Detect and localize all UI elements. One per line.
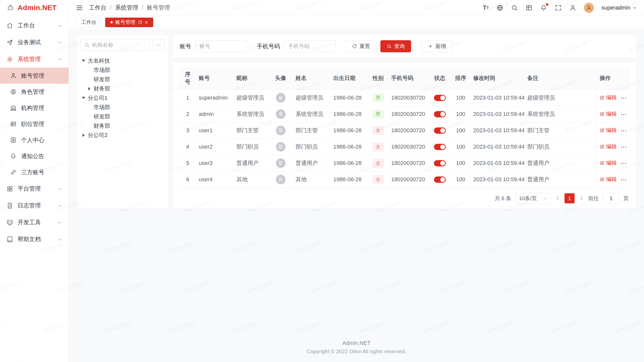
sidebar-item-third-party-account[interactable]: 三方账号 bbox=[0, 164, 69, 180]
prev-page-button[interactable] bbox=[555, 196, 560, 201]
cell-name: 普通用户 bbox=[293, 155, 330, 171]
status-toggle[interactable] bbox=[434, 127, 446, 134]
sidebar-item-business-test[interactable]: 业务测试 bbox=[0, 34, 69, 51]
sidebar-item-personal-center[interactable]: 个人中心 bbox=[0, 132, 69, 148]
breadcrumb-separator: / bbox=[142, 4, 143, 11]
account-input[interactable] bbox=[195, 40, 247, 52]
sidebar-item-dev-tools[interactable]: 开发工具 bbox=[0, 214, 69, 231]
tree-node[interactable]: 财务部 bbox=[80, 121, 164, 130]
tree-node[interactable]: 市场部 bbox=[80, 103, 164, 112]
breadcrumb-item[interactable]: 工作台 bbox=[89, 4, 106, 12]
row-more-button[interactable]: ··· bbox=[621, 111, 627, 118]
sidebar-item-platform-management[interactable]: 平台管理 bbox=[0, 180, 69, 197]
page-size-select[interactable]: 10条/页 bbox=[515, 193, 551, 204]
breadcrumb-item[interactable]: 账号管理 bbox=[147, 4, 170, 12]
row-more-button[interactable]: ··· bbox=[621, 95, 627, 101]
edit-button[interactable]: 编辑 bbox=[600, 176, 617, 183]
status-toggle[interactable] bbox=[434, 111, 446, 117]
document-icon bbox=[7, 202, 13, 209]
cell-birthday: 1986-06-28 bbox=[330, 122, 368, 139]
phone-input[interactable] bbox=[284, 40, 336, 52]
edit-button[interactable]: 编辑 bbox=[600, 94, 617, 101]
status-toggle[interactable] bbox=[434, 176, 446, 183]
sidebar-item-help-docs[interactable]: 帮助文档 bbox=[0, 231, 69, 248]
edit-button[interactable]: 编辑 bbox=[600, 110, 617, 117]
table-row: 2 admin 系统管理员 系 系统管理员 1986-06-28 男 18020… bbox=[180, 106, 630, 122]
org-search-input[interactable] bbox=[92, 42, 146, 48]
gender-badge: 女 bbox=[373, 126, 384, 135]
sidebar-item-system-management[interactable]: 系统管理 bbox=[0, 51, 69, 68]
user-icon bbox=[10, 72, 17, 79]
sidebar-item-notice-announcement[interactable]: 通知公告 bbox=[0, 148, 69, 164]
sidebar-item-org-management[interactable]: 机构管理 bbox=[0, 100, 69, 116]
caret-down-icon[interactable] bbox=[82, 59, 85, 63]
edit-pencil-icon bbox=[600, 177, 605, 182]
link-icon bbox=[10, 169, 17, 175]
logo[interactable]: Admin.NET bbox=[0, 0, 69, 16]
tree-node[interactable]: 分公司1 bbox=[80, 93, 164, 103]
current-page-button[interactable]: 1 bbox=[565, 193, 575, 203]
breadcrumb: 工作台 / 系统管理 / 账号管理 bbox=[89, 4, 170, 12]
sidebar-item-position-management[interactable]: 职位管理 bbox=[0, 116, 69, 132]
row-more-button[interactable]: ··· bbox=[621, 144, 627, 150]
breadcrumb-item[interactable]: 系统管理 bbox=[115, 4, 138, 12]
query-bar: 账号 手机号码 重置 查询 新增 bbox=[172, 34, 637, 58]
reset-button[interactable]: 重置 bbox=[346, 40, 376, 52]
row-more-button[interactable]: ··· bbox=[621, 160, 627, 167]
caret-right-icon[interactable] bbox=[88, 87, 91, 90]
row-more-button[interactable]: ··· bbox=[621, 177, 627, 183]
tab-workbench[interactable]: 工作台 bbox=[76, 18, 102, 27]
cell-account: user4 bbox=[196, 171, 233, 188]
org-more-button[interactable]: ··· bbox=[152, 39, 164, 51]
search-button[interactable]: 查询 bbox=[380, 40, 411, 52]
tree-node[interactable]: 财务部 bbox=[80, 84, 164, 93]
caret-down-icon[interactable] bbox=[82, 96, 85, 100]
cell-name: 部门职员 bbox=[293, 139, 330, 155]
tree-node[interactable]: 大名科技 bbox=[80, 56, 164, 65]
tab-account-management[interactable]: 账号管理 × bbox=[105, 18, 153, 27]
tree-node[interactable]: 研发部 bbox=[80, 75, 164, 84]
layout-icon[interactable] bbox=[526, 4, 533, 11]
col-nickname: 昵称 bbox=[233, 67, 269, 90]
next-page-button[interactable] bbox=[579, 196, 584, 201]
status-toggle[interactable] bbox=[434, 95, 446, 101]
tab-close-icon[interactable]: × bbox=[145, 20, 148, 25]
chevron-down-icon bbox=[57, 23, 62, 28]
status-toggle[interactable] bbox=[434, 160, 446, 166]
tree-node[interactable]: 分公司2 bbox=[80, 130, 164, 140]
sidebar-item-account-management[interactable]: 账号管理 bbox=[0, 68, 69, 84]
cell-remark: 系统管理员 bbox=[524, 106, 596, 122]
tree-node[interactable]: 市场部 bbox=[80, 65, 164, 75]
caret-right-icon[interactable] bbox=[82, 133, 85, 137]
edit-button[interactable]: 编辑 bbox=[600, 143, 617, 150]
status-toggle[interactable] bbox=[434, 144, 446, 150]
edit-button[interactable]: 编辑 bbox=[600, 159, 617, 166]
user-profile-icon[interactable] bbox=[569, 4, 576, 11]
goto-page-input[interactable] bbox=[603, 193, 619, 204]
tab-refresh-icon[interactable] bbox=[138, 20, 142, 25]
edit-button[interactable]: 编辑 bbox=[600, 127, 617, 134]
sidebar-item-role-management[interactable]: 角色管理 bbox=[0, 84, 69, 100]
globe-icon[interactable] bbox=[496, 4, 503, 11]
tree-node[interactable]: 研发部 bbox=[80, 112, 164, 121]
grid-icon bbox=[7, 186, 13, 192]
notification-bell-icon[interactable] bbox=[540, 4, 547, 11]
fullscreen-icon[interactable] bbox=[555, 4, 562, 11]
cell-index: 3 bbox=[180, 122, 196, 139]
sidebar-item-label: 通知公告 bbox=[21, 152, 44, 160]
sidebar-item-log-management[interactable]: 日志管理 bbox=[0, 197, 69, 214]
username-dropdown[interactable]: superadmin bbox=[601, 5, 637, 11]
sidebar-item-label: 个人中心 bbox=[21, 136, 44, 144]
add-button[interactable]: 新增 bbox=[422, 40, 452, 52]
search-icon[interactable] bbox=[511, 4, 518, 11]
edit-label: 编辑 bbox=[606, 127, 617, 134]
sidebar-item-workbench[interactable]: 工作台 bbox=[0, 17, 69, 34]
gender-badge: 女 bbox=[373, 159, 384, 168]
tree-node-label: 市场部 bbox=[94, 104, 110, 111]
cell-nickname: 部门职员 bbox=[233, 139, 269, 155]
row-more-button[interactable]: ··· bbox=[621, 128, 627, 134]
avatar[interactable] bbox=[584, 3, 594, 13]
hamburger-menu-icon[interactable] bbox=[76, 4, 83, 11]
search-icon bbox=[387, 44, 392, 49]
font-size-icon[interactable]: TT bbox=[483, 5, 489, 11]
